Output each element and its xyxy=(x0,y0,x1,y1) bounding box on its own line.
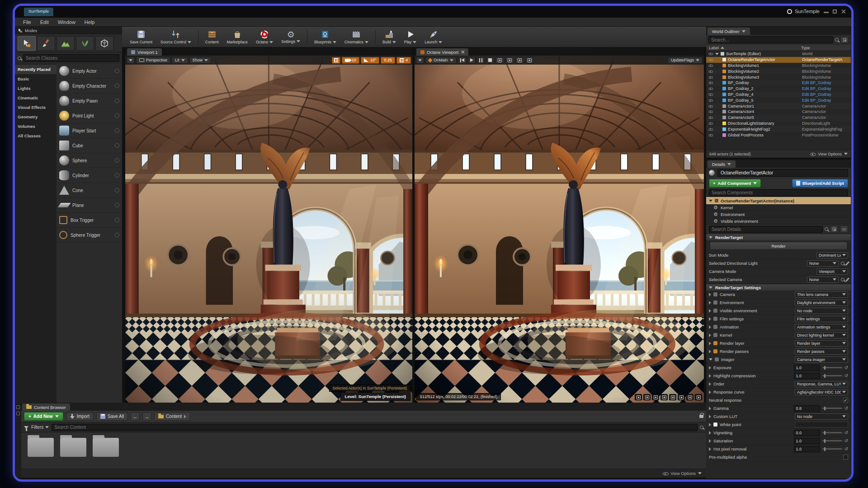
white-balance-button[interactable] xyxy=(643,394,651,400)
table-row[interactable]: BlockingVolume1BlockingVolume xyxy=(706,63,851,69)
property-row[interactable]: Pre-multiplied alpha xyxy=(706,453,851,461)
expander-icon[interactable] xyxy=(709,366,711,370)
category-geometry[interactable]: Geometry xyxy=(15,112,57,122)
search-icon[interactable] xyxy=(841,262,844,265)
drag-handle[interactable] xyxy=(115,69,119,73)
category-cinematic[interactable]: Cinematic xyxy=(15,93,57,103)
close-icon[interactable] xyxy=(461,50,464,54)
value-dropdown[interactable]: Response, Gamma, LUT xyxy=(795,381,848,387)
screen-percentage-button[interactable]: 0.25 xyxy=(381,57,395,64)
forward-button[interactable]: → xyxy=(142,412,151,421)
drag-handle[interactable] xyxy=(115,233,119,237)
eyedropper-icon[interactable] xyxy=(845,277,849,282)
value-field[interactable] xyxy=(795,422,848,427)
property-row[interactable]: ImagerCamera imager xyxy=(706,356,851,364)
selected-camera-dropdown[interactable]: None xyxy=(807,277,839,283)
save-all-button[interactable]: Save All xyxy=(96,412,128,421)
expander-icon[interactable] xyxy=(709,390,711,394)
list-item[interactable]: Box Trigger xyxy=(57,213,122,228)
menu-edit[interactable]: Edit xyxy=(36,19,53,26)
slider[interactable] xyxy=(822,440,842,441)
asset-folder[interactable] xyxy=(93,438,119,457)
list-item[interactable]: Sphere Trigger xyxy=(57,228,122,243)
table-row[interactable]: CameraActor5CameraActor xyxy=(706,115,851,121)
value-dropdown[interactable]: Render passes xyxy=(795,348,848,355)
property-row[interactable]: KernelDirect lighting kernel xyxy=(706,331,851,339)
property-row[interactable]: Film settingsFilm settings xyxy=(706,315,851,323)
updateflags-button[interactable]: UpdateFlags xyxy=(668,57,703,64)
property-row[interactable]: Gamma0.8↺ xyxy=(706,404,851,413)
mode-foliage-button[interactable] xyxy=(76,36,94,51)
expander-icon[interactable] xyxy=(709,309,711,313)
expander-icon[interactable] xyxy=(715,53,719,55)
property-row[interactable]: Exposure1.0↺ xyxy=(706,364,851,372)
details-filter-button[interactable] xyxy=(830,225,838,233)
copy-image-button[interactable] xyxy=(505,57,514,64)
pick-focus-button[interactable] xyxy=(635,394,642,400)
lit-button[interactable]: Lit xyxy=(172,57,188,64)
visibility-eye-icon[interactable] xyxy=(709,104,713,108)
add-component-button[interactable]: +Add Component xyxy=(709,179,761,188)
search-classes-input[interactable] xyxy=(23,54,119,62)
blueprints-button[interactable]: Blueprints xyxy=(311,28,340,45)
expander-icon[interactable] xyxy=(709,431,711,435)
category-basic[interactable]: Basic xyxy=(15,74,57,84)
reset-icon[interactable]: ↺ xyxy=(844,406,848,411)
drag-handle[interactable] xyxy=(115,99,119,103)
visibility-eye-icon[interactable] xyxy=(709,81,713,85)
render-button[interactable]: Render xyxy=(710,242,847,250)
breadcrumb[interactable]: Content xyxy=(154,412,190,421)
column-type[interactable]: Type xyxy=(801,46,848,50)
visibility-eye-icon[interactable] xyxy=(709,133,713,137)
render-passes-button[interactable] xyxy=(652,394,659,400)
expander-icon[interactable] xyxy=(709,293,711,296)
slider[interactable] xyxy=(822,375,842,376)
slider[interactable] xyxy=(822,367,842,368)
source-control-button[interactable]: Source Control xyxy=(157,28,194,45)
expander-icon[interactable] xyxy=(709,439,711,443)
edit-blueprint-link[interactable]: Edit BP_Godray xyxy=(802,92,849,97)
drag-handle[interactable] xyxy=(115,218,119,222)
checkbox-checked[interactable]: ✓ xyxy=(843,398,848,403)
search-components-input[interactable] xyxy=(709,189,848,196)
table-row[interactable]: BlockingVolume2BlockingVolume xyxy=(706,68,851,74)
lock-icon[interactable] xyxy=(699,415,703,418)
list-item[interactable]: Cube xyxy=(57,138,122,153)
edit-blueprint-link[interactable]: Edit BP_Godray xyxy=(802,98,849,103)
reset-icon[interactable]: ↺ xyxy=(844,447,848,451)
number-field[interactable]: 0.0 xyxy=(794,430,820,436)
blueprint-add-script-button[interactable]: Blueprint/Add Script xyxy=(792,179,848,188)
mode-paint-button[interactable] xyxy=(37,36,55,51)
minimize-icon[interactable] xyxy=(824,12,829,13)
visibility-eye-icon[interactable] xyxy=(709,116,713,119)
list-item[interactable]: Point Light xyxy=(57,108,122,123)
tab-world-outliner[interactable]: World Outliner xyxy=(708,28,750,35)
viewport-canvas[interactable]: Perspective Lit Show 10 10° 0.25 4 Selec… xyxy=(125,56,412,403)
value-dropdown[interactable]: Render layer xyxy=(795,340,848,347)
table-row[interactable]: BP_GodrayEdit BP_Godray xyxy=(706,80,851,86)
viewport-options-button[interactable] xyxy=(127,57,135,64)
fullscreen-button[interactable] xyxy=(695,394,702,400)
perspective-button[interactable]: Perspective xyxy=(136,57,170,64)
level-status[interactable]: Level: SunTemple (Persistent) xyxy=(340,392,411,401)
visibility-eye-icon[interactable] xyxy=(709,99,713,102)
drag-handle[interactable] xyxy=(115,113,119,118)
drag-handle[interactable] xyxy=(115,143,119,148)
visibility-eye-icon[interactable] xyxy=(709,127,713,131)
view-options-button[interactable]: View Options xyxy=(670,471,696,476)
drag-handle[interactable] xyxy=(115,128,119,133)
table-row[interactable]: BP_Godray_2Edit BP_Godray xyxy=(706,86,851,92)
property-row[interactable]: Selected Directional LightNone xyxy=(706,259,851,267)
details-display-button[interactable] xyxy=(840,225,848,233)
edit-blueprint-link[interactable]: Edit BP_Godray xyxy=(802,86,849,91)
tab-viewport-1[interactable]: Viewport 1 xyxy=(127,48,162,56)
property-row[interactable]: CameraThin lens camera xyxy=(706,291,851,299)
cinematics-button[interactable]: Cinematics xyxy=(341,28,372,45)
project-tab[interactable]: SunTemple xyxy=(24,8,53,16)
property-row[interactable]: Neutral response✓ xyxy=(706,396,851,404)
eyedropper-icon[interactable] xyxy=(845,261,849,266)
reset-icon[interactable]: ↺ xyxy=(844,431,848,435)
clay-mode-button[interactable] xyxy=(669,394,676,400)
component-row[interactable]: ⚙Kernel xyxy=(706,204,851,211)
search-details-input[interactable] xyxy=(709,226,823,233)
